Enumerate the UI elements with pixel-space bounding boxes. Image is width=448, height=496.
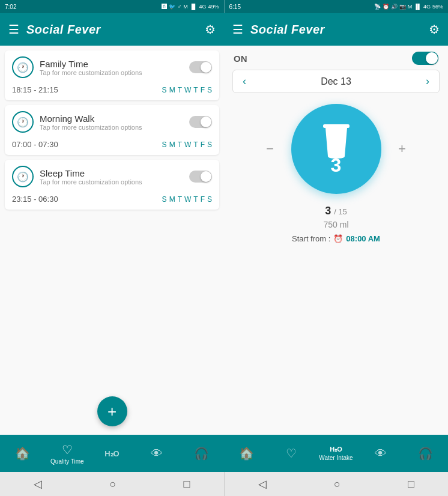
date-navigator[interactable]: ‹ Dec 13 › [232, 70, 440, 93]
nav-half-left: 🏠 ♡ Quality Time H₂O 👁 🎧 [0, 435, 224, 472]
water-circle[interactable]: 3 [291, 104, 381, 194]
schedule-footer-family: 18:15 - 21:15 S M T W T F S [12, 83, 212, 94]
water-current: 3 [325, 205, 331, 217]
nav-item-headphone-right[interactable]: 🎧 [403, 435, 448, 472]
recents-button-left[interactable]: □ [184, 478, 190, 491]
water-count: 3 [331, 154, 342, 177]
schedule-time-family: 18:15 - 21:15 [12, 85, 58, 94]
status-bars: 7:02 🅰 🐦 ♂ M ▐▌ 4G 49% 6:15 📡 ⏰ 🔊 📷 M ▐▌… [0, 0, 448, 13]
schedule-info-sleep: Sleep Time Tap for more customization op… [40, 168, 183, 186]
sys-nav-right: ◁ ○ □ [225, 472, 449, 496]
toggle-family[interactable] [189, 61, 212, 73]
toggle-sleep[interactable] [189, 171, 212, 183]
status-bar-left: 7:02 🅰 🐦 ♂ M ▐▌ 4G 49% [0, 0, 224, 13]
nav-item-heart-right[interactable]: ♡ [269, 435, 314, 472]
left-app-title: Social Fever [26, 23, 198, 37]
left-settings-icon[interactable]: ⚙ [205, 22, 216, 37]
right-settings-icon[interactable]: ⚙ [429, 22, 440, 37]
back-button-left[interactable]: ◁ [34, 477, 42, 491]
schedule-sub-family: Tap for more customization options [40, 69, 183, 76]
nav-item-quality-time[interactable]: ♡ Quality Time [45, 435, 90, 472]
schedule-list: 🕐 Family Time Tap for more customization… [0, 46, 224, 388]
schedule-time-morning: 07:00 - 07:30 [12, 140, 58, 149]
on-toggle-row: ON [232, 52, 440, 65]
quality-time-label: Quality Time [50, 458, 84, 465]
sys-nav-left: ◁ ○ □ [0, 472, 224, 496]
start-time: 08:00 AM [346, 234, 380, 243]
start-from-row: Start from : ⏰ 08:00 AM [292, 234, 380, 243]
eye-icon-left: 👁 [151, 447, 163, 461]
schedule-sub-sleep: Tap for more customization options [40, 178, 183, 186]
nav-item-headphone-left[interactable]: 🎧 [179, 435, 224, 472]
date-next-arrow[interactable]: › [426, 75, 429, 88]
status-bar-right: 6:15 📡 ⏰ 🔊 📷 M ▐▌ 4G 56% [225, 0, 449, 13]
schedule-footer-morning: 07:00 - 07:30 S M T W T F S [12, 138, 212, 149]
home-icon-left: 🏠 [15, 446, 30, 461]
water-stats: 3 / 15 750 ml [323, 205, 348, 229]
time-left: 7:02 [5, 4, 16, 10]
svg-rect-0 [323, 124, 350, 128]
nav-item-eye-right[interactable]: 👁 [359, 435, 404, 472]
schedule-info-morning: Morning Walk Tap for more customization … [40, 113, 183, 131]
recents-button-right[interactable]: □ [408, 478, 414, 491]
clock-icon-morning: 🕐 [12, 111, 34, 133]
h2o-icon-left: H₂O [104, 449, 120, 458]
water-plus-button[interactable]: + [393, 141, 411, 157]
left-panel: ☰ Social Fever ⚙ 🕐 Family Time Tap for m… [0, 13, 224, 472]
water-minus-button[interactable]: − [261, 141, 279, 157]
on-label: ON [234, 53, 247, 64]
water-total: 15 [338, 207, 347, 216]
schedule-item-header-sleep: 🕐 Sleep Time Tap for more customization … [12, 166, 212, 187]
schedule-footer-sleep: 23:15 - 06:30 S M T W T F S [12, 192, 212, 204]
nav-item-water-intake[interactable]: H₂O Water Intake [313, 435, 359, 472]
right-app-bar: ☰ Social Fever ⚙ [224, 13, 448, 46]
schedule-info-family: Family Time Tap for more customization o… [40, 59, 183, 76]
clock-icon-family: 🕐 [12, 56, 34, 78]
schedule-name-sleep: Sleep Time [40, 168, 183, 178]
left-hamburger-icon[interactable]: ☰ [8, 22, 19, 37]
days-row-sleep: S M T W T F S [162, 195, 212, 204]
water-toggle[interactable] [412, 52, 438, 65]
nav-item-eye-left[interactable]: 👁 [135, 435, 180, 472]
time-right: 6:15 [229, 4, 241, 10]
days-row-morning: S M T W T F S [162, 141, 212, 149]
schedule-name-morning: Morning Walk [40, 113, 183, 124]
eye-icon-right: 👁 [375, 447, 387, 461]
nav-item-home-right[interactable]: 🏠 [224, 435, 269, 472]
back-button-right[interactable]: ◁ [258, 477, 267, 491]
heart-icon-right: ♡ [286, 446, 297, 461]
schedule-name-family: Family Time [40, 59, 183, 69]
bottom-nav-left: 🏠 ♡ Quality Time H₂O 👁 🎧 [0, 435, 224, 472]
system-nav: ◁ ○ □ ◁ ○ □ [0, 472, 448, 496]
water-fraction: 3 / 15 [325, 205, 347, 217]
schedule-item-family[interactable]: 🕐 Family Time Tap for more customization… [5, 50, 219, 100]
schedule-item-sleep[interactable]: 🕐 Sleep Time Tap for more customization … [5, 160, 219, 210]
toggle-morning[interactable] [189, 116, 212, 128]
clock-icon-sleep: 🕐 [12, 166, 34, 187]
nav-item-h2o-left[interactable]: H₂O [89, 435, 135, 472]
toggle-knob-sleep [201, 171, 211, 182]
right-app-title: Social Fever [250, 23, 422, 37]
right-hamburger-icon[interactable]: ☰ [232, 22, 243, 37]
start-from-label: Start from : [292, 234, 330, 243]
water-ml: 750 ml [323, 220, 348, 229]
schedule-sub-morning: Tap for more customization options [40, 124, 183, 131]
schedule-item-header: 🕐 Family Time Tap for more customization… [12, 56, 212, 78]
toggle-knob-family [201, 62, 211, 73]
bottom-nav-right: 🏠 ♡ H₂O Water Intake 👁 🎧 [224, 435, 448, 472]
home-button-left[interactable]: ○ [109, 478, 116, 491]
date-prev-arrow[interactable]: ‹ [243, 75, 246, 88]
schedule-item-morning[interactable]: 🕐 Morning Walk Tap for more customizatio… [5, 105, 219, 155]
status-icons-right: 📡 ⏰ 🔊 📷 M ▐▌ 4G 56% [374, 4, 443, 10]
add-schedule-fab[interactable]: + [97, 396, 127, 426]
schedule-item-header-morning: 🕐 Morning Walk Tap for more customizatio… [12, 111, 212, 133]
water-content: ON ‹ Dec 13 › − [224, 46, 448, 435]
nav-item-home-left[interactable]: 🏠 [0, 435, 45, 472]
home-button-right[interactable]: ○ [334, 478, 341, 491]
home-icon-right: 🏠 [239, 446, 254, 461]
date-text: Dec 13 [321, 76, 351, 87]
main-content: ☰ Social Fever ⚙ 🕐 Family Time Tap for m… [0, 13, 448, 472]
water-toggle-knob [426, 52, 438, 64]
svg-rect-2 [347, 124, 350, 128]
alarm-icon: ⏰ [333, 234, 343, 243]
